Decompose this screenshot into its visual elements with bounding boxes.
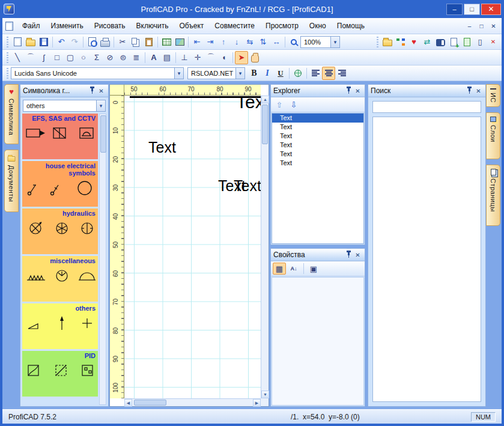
categorized-button[interactable]: ▦ [273,263,286,275]
new-button[interactable] [11,35,24,49]
property-pages-button[interactable]: ▣ [307,263,320,275]
align-top-button[interactable]: ↑ [217,35,230,49]
horizontal-scroll-thumb[interactable] [134,400,166,406]
align-text-left-button[interactable] [309,67,322,80]
canvas-text-object[interactable]: Text [234,178,261,193]
zoom-combobox[interactable]: 100% ▾ [300,36,340,48]
underline-button[interactable]: U [274,67,287,80]
symbol-category-hydraulics[interactable]: hydraulics [22,208,98,254]
print-button[interactable] [99,35,112,49]
align-bottom-button[interactable]: ↓ [230,35,243,49]
font-size-dropdown-icon[interactable]: ▾ [235,68,244,79]
tab-integrated-circuits[interactable]: ИС [486,84,500,107]
symbols-group-combobox[interactable]: others ▾ [23,100,106,112]
pin-icon[interactable] [88,87,97,95]
move-down-button[interactable]: ⇩ [287,99,300,111]
canvas-viewport[interactable]: Text Text Text Text [124,96,261,398]
notebook-button[interactable] [434,35,447,49]
zoom-button[interactable] [287,35,300,49]
junction-tool-button[interactable]: ✛ [191,51,204,64]
chip-button[interactable]: ▯ [473,35,487,49]
arc-number-tool-button[interactable]: ⌒ [204,51,217,64]
menu-view[interactable]: Просмотр [260,19,304,32]
child-close-button[interactable]: ✕ [488,22,499,31]
close-icon[interactable]: ✕ [353,87,362,95]
text-block-tool-button[interactable]: ▤ [160,51,174,64]
tree-view-button[interactable] [394,35,407,49]
close-button[interactable]: ✕ [481,4,501,15]
connector-tool-button[interactable]: ◖ [217,51,231,64]
toolbar-grip[interactable] [377,37,378,47]
vertical-scrollbar[interactable]: ▲ ▼ [261,96,269,398]
undo-button[interactable]: ↶ [55,35,68,49]
properties-grid[interactable] [272,277,364,406]
curve-tool-button[interactable]: ʃ [37,51,50,64]
align-left-edges-button[interactable]: ⇤ [190,35,204,49]
symbols-scrollbar[interactable] [99,114,106,405]
vertical-scroll-thumb[interactable] [262,105,268,144]
distribute-button[interactable]: ↔ [270,35,283,49]
sort-alphabetical-button[interactable]: A↓ [287,263,300,275]
align-text-center-button[interactable] [322,67,335,80]
bold-button[interactable]: B [247,67,261,80]
pin-icon[interactable] [344,87,353,95]
cut-button[interactable]: ✂ [116,35,129,49]
scroll-down-icon[interactable]: ▼ [261,391,269,398]
symbol-category-house-electrical[interactable]: house electrical symbols [22,161,98,207]
tab-documents[interactable]: Документы [4,150,19,212]
close-icon[interactable]: ✕ [97,87,106,95]
search-results-list[interactable] [372,117,481,402]
close-icon[interactable]: ✕ [474,87,483,95]
symbol-category-others[interactable]: others [22,303,98,349]
align-text-right-button[interactable] [335,67,348,80]
open-project-button[interactable] [381,35,394,49]
ellipse-tool-button[interactable]: ○ [77,51,90,64]
zoom-dropdown-icon[interactable]: ▾ [330,37,339,47]
ellipse-arc-tool-button[interactable]: ⊘ [103,51,117,64]
scroll-left-icon[interactable]: ◀ [124,399,132,407]
lines-tool-button[interactable]: ≣ [130,51,143,64]
scroll-right-icon[interactable]: ▶ [253,399,261,407]
font-size-combobox[interactable]: RSLOAD.NET ▾ [187,67,245,79]
pin-icon[interactable] [465,87,474,95]
symbol-category-miscellaneous[interactable]: miscellaneous [22,256,98,302]
scroll-up-icon[interactable]: ▲ [261,96,269,103]
arc-tool-button[interactable]: ⌒ [24,51,37,64]
menu-insert[interactable]: Включить [131,19,174,32]
toolbar-grip[interactable] [7,68,8,79]
page-button[interactable] [460,35,473,49]
pan-tool-button[interactable] [248,51,261,64]
minimize-button[interactable]: – [446,4,463,15]
tab-pages[interactable]: Страницы [486,165,500,226]
list-item[interactable]: Text [272,123,363,132]
child-restore-button[interactable]: □ [476,22,487,31]
canvas-text-object[interactable]: Text [148,140,176,155]
rounded-rect-tool-button[interactable]: ▢ [64,51,77,64]
move-up-button[interactable]: ⇧ [273,99,286,111]
new-page-button[interactable] [447,35,460,49]
text-tool-button[interactable]: A [147,51,160,64]
font-combobox[interactable]: Lucida Sans Unicode ▾ [11,67,184,79]
list-item[interactable]: Text [272,141,363,150]
menu-window[interactable]: Окно [304,19,332,32]
child-minimize-button[interactable]: – [464,22,475,31]
paste-button[interactable] [142,35,156,49]
terminal-tool-button[interactable]: ⊥ [178,51,191,64]
horizontal-scrollbar[interactable]: ◀ ▶ [124,398,261,406]
toolbar-grip[interactable] [7,52,8,63]
chord-tool-button[interactable]: ⊜ [117,51,130,64]
insert-image-button[interactable] [173,35,186,49]
copy-button[interactable] [129,35,142,49]
font-dropdown-icon[interactable]: ▾ [174,68,183,79]
align-right-edges-button[interactable]: ⇥ [204,35,217,49]
italic-button[interactable]: I [261,67,274,80]
hyperlink-button[interactable] [291,67,305,80]
close-toolbar-button[interactable]: ✕ [487,35,500,49]
symbols-group-dropdown-icon[interactable]: ▾ [96,100,105,111]
symbol-category-cctv[interactable]: EFS, SAS and CCTV [22,114,98,159]
redo-button[interactable]: ↷ [68,35,81,49]
menu-object[interactable]: Объект [174,19,209,32]
list-item[interactable]: Text [272,132,363,141]
toolbar-grip[interactable] [7,37,8,47]
close-icon[interactable]: ✕ [353,251,362,259]
